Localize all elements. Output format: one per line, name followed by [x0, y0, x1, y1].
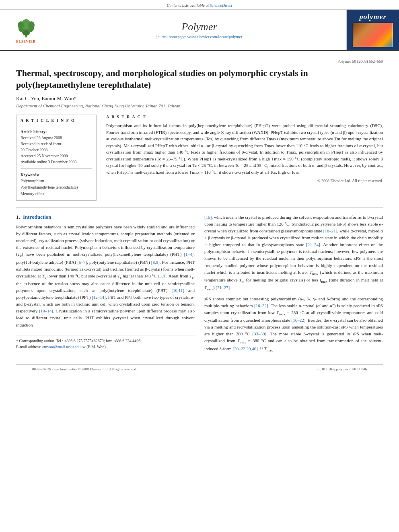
- journal-name: Polymer: [181, 21, 217, 33]
- article-authors: Kai C. Yen, Eamor M. Woo*: [16, 95, 383, 102]
- keyword-2: Poly(heptamethylene terephthalate): [21, 184, 92, 191]
- revised-date: 20 October 2008: [21, 147, 92, 153]
- svg-point-6: [28, 21, 35, 29]
- article-title: Thermal, spectroscopy, and morphological…: [16, 68, 383, 90]
- email-label: E-mail address:: [16, 345, 41, 349]
- keywords-label: Keywords:: [21, 173, 92, 177]
- header-content: ELSEVIER Polymer journal homepage: www.e…: [0, 9, 399, 50]
- doi-text: doi:10.1016/j.polymer.2008.11.046: [316, 367, 367, 371]
- article-info-title: A R T I C L E I N F O: [21, 118, 92, 123]
- footnote-area: * Corresponding author. Tel.: +886 6 275…: [16, 335, 195, 350]
- abstract-col: A B S T R A C T Polymorphism and its inf…: [106, 115, 383, 201]
- sciencedirect-link[interactable]: ScienceDirect: [210, 3, 232, 8]
- abstract-title: A B S T R A C T: [106, 115, 383, 119]
- svg-point-5: [18, 21, 24, 29]
- main-col-right: [15], which means the crystal is produce…: [204, 214, 383, 356]
- main-divider: [16, 207, 383, 207]
- article-info-col: A R T I C L E I N F O Article history: R…: [16, 115, 97, 201]
- polymer-badge: polymer: [360, 13, 387, 21]
- history-label: Article history:: [21, 129, 92, 134]
- footnote-asterisk: * Corresponding author. Tel.: +886 6 275…: [16, 338, 195, 344]
- email-person: (E.M. Woo).: [86, 345, 107, 349]
- intro-para-1: Polymorphism behaviors in semicrystallin…: [16, 224, 195, 328]
- intro-section-num: 1.: [16, 214, 20, 220]
- main-col-left: 1. Introduction Polymorphism behaviors i…: [16, 214, 195, 356]
- journal-header: Contents lists available at ScienceDirec…: [0, 0, 399, 51]
- polymer-logo-area: polymer: [347, 10, 399, 50]
- intro-para-3: sPS shows complex but interesting polymo…: [204, 296, 383, 353]
- contents-text: Contents lists available at: [167, 3, 209, 8]
- footnote-email: E-mail address: emwoo@mail.ncku.edu.tw (…: [16, 344, 195, 350]
- article-affiliation: Department of Chemical Engineering, Nati…: [16, 103, 383, 108]
- article-body: Polymer 50 (2009) 662–669 Thermal, spect…: [0, 51, 399, 382]
- intro-section-title: Introduction: [23, 214, 51, 220]
- revised-label: Received in revised form: [21, 141, 92, 147]
- contents-line: Contents lists available at ScienceDirec…: [0, 3, 399, 8]
- authors-text: Kai C. Yen, Eamor M. Woo*: [16, 95, 76, 101]
- elsevier-logo: ELSEVIER: [0, 10, 52, 50]
- polymer-cover-image: [353, 23, 393, 47]
- keywords-section: Keywords: Polymorphism Poly(heptamethyle…: [21, 173, 92, 197]
- divider2: [21, 168, 92, 168]
- accepted-date: Accepted 25 November 2008: [21, 153, 92, 159]
- elsevier-tree-icon: [12, 17, 40, 39]
- available-date: Available online 3 December 2008: [21, 159, 92, 165]
- email-address[interactable]: emwoo@mail.ncku.edu.tw: [42, 345, 86, 349]
- keyword-3: Memory effect: [21, 191, 92, 197]
- article-page: Contents lists available at ScienceDirec…: [0, 0, 399, 532]
- info-abstract-section: A R T I C L E I N F O Article history: R…: [16, 115, 383, 201]
- journal-title-area: Polymer journal homepage: www.elsevier.c…: [52, 10, 347, 50]
- received-date: Received 26 August 2008: [21, 135, 92, 141]
- intro-heading: 1. Introduction: [16, 214, 195, 220]
- copyright-line: © 2008 Elsevier Ltd. All rights reserved…: [106, 179, 383, 183]
- article-info-box: A R T I C L E I N F O Article history: R…: [16, 115, 97, 201]
- bottom-bar: 0032-3861/$ – see front matter © 2008 El…: [16, 364, 383, 374]
- journal-homepage[interactable]: journal homepage: www.elsevier.com/locat…: [156, 35, 243, 39]
- divider1: [21, 126, 92, 126]
- abstract-text: Polymorphism and its influential factors…: [106, 122, 383, 175]
- keyword-1: Polymorphism: [21, 178, 92, 184]
- elsevier-name: ELSEVIER: [16, 40, 35, 43]
- issn-text: 0032-3861/$ – see front matter © 2008 El…: [32, 367, 137, 371]
- article-citation: Polymer 50 (2009) 662–669: [16, 59, 383, 64]
- intro-para-2: [15], which means the crystal is produce…: [204, 214, 383, 292]
- main-content: 1. Introduction Polymorphism behaviors i…: [16, 214, 383, 356]
